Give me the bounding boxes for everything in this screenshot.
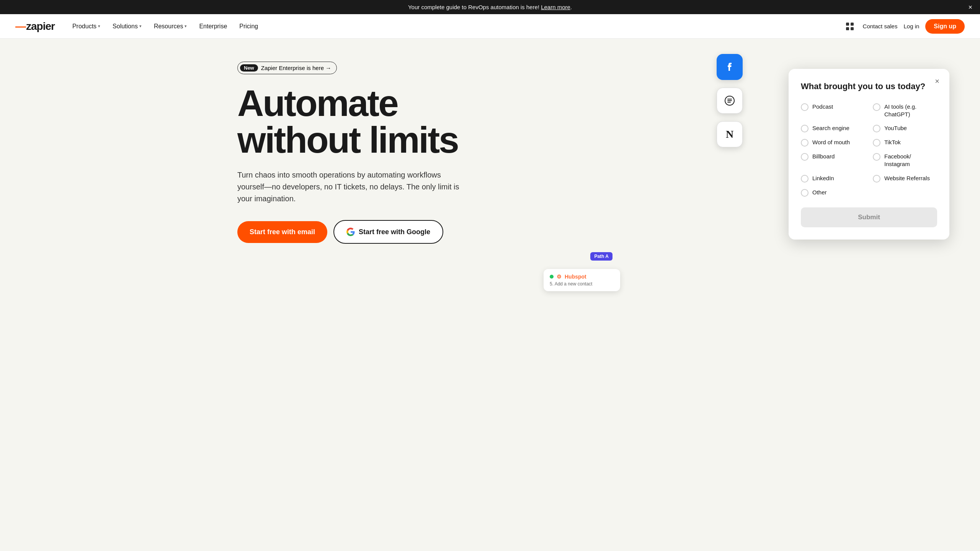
enterprise-badge[interactable]: New Zapier Enterprise is here → [237, 62, 337, 74]
option-label-word-of-mouth: Word of mouth [812, 139, 850, 146]
hero-subtitle: Turn chaos into smooth operations by aut… [237, 169, 459, 205]
openai-app-icon [717, 88, 743, 114]
notion-app-icon: N [717, 121, 743, 147]
option-label-tiktok: TikTok [884, 139, 901, 146]
radio-podcast[interactable] [801, 103, 808, 111]
announce-text: Your complete guide to RevOps automation… [408, 4, 539, 10]
svg-rect-3 [851, 27, 854, 30]
logo-link[interactable]: — zapier [15, 20, 55, 33]
survey-option-podcast[interactable]: Podcast [801, 103, 865, 119]
svg-rect-1 [851, 23, 854, 26]
radio-youtube[interactable] [873, 125, 880, 132]
option-label-linkedin: LinkedIn [812, 174, 834, 182]
path-a-badge: Path A [590, 252, 612, 261]
survey-close-button[interactable]: × [931, 75, 943, 87]
chevron-down-icon: ▾ [98, 24, 100, 29]
start-email-button[interactable]: Start free with email [237, 221, 327, 243]
nav-right: Contact sales Log in Sign up [843, 19, 965, 34]
survey-options: Podcast AI tools (e.g. ChatGPT) Search e… [801, 103, 937, 197]
login-link[interactable]: Log in [903, 23, 919, 29]
hubspot-name: Hubspot [565, 274, 586, 280]
hubspot-step: 5. Add a new contact [550, 281, 614, 287]
announce-link[interactable]: Learn more [541, 4, 570, 10]
radio-ai-tools[interactable] [873, 103, 880, 111]
survey-option-ai-tools[interactable]: AI tools (e.g. ChatGPT) [873, 103, 937, 119]
survey-title: What brought you to us today? [801, 81, 937, 92]
radio-linkedin[interactable] [801, 175, 808, 183]
option-label-facebook-instagram: Facebook/ Instagram [884, 153, 937, 168]
option-label-search-engine: Search engine [812, 124, 849, 132]
nav-items: Products ▾ Solutions ▾ Resources ▾ Enter… [67, 20, 840, 33]
grid-icon[interactable] [843, 20, 857, 33]
survey-modal: × What brought you to us today? Podcast … [789, 69, 949, 240]
radio-search-engine[interactable] [801, 125, 808, 132]
facebook-app-icon [717, 54, 743, 80]
radio-tiktok[interactable] [873, 139, 880, 147]
nav-item-enterprise[interactable]: Enterprise [194, 20, 232, 33]
contact-sales-link[interactable]: Contact sales [863, 23, 898, 29]
survey-option-word-of-mouth[interactable]: Word of mouth [801, 139, 865, 147]
hubspot-card: ⚙ Hubspot 5. Add a new contact [544, 269, 620, 291]
google-icon [346, 228, 355, 236]
option-label-other: Other [812, 189, 827, 196]
survey-option-billboard[interactable]: Billboard [801, 153, 865, 168]
hero-buttons: Start free with email Start free with Go… [237, 220, 743, 244]
chevron-down-icon: ▾ [139, 24, 142, 29]
nav-item-products[interactable]: Products ▾ [67, 20, 106, 33]
radio-other[interactable] [801, 189, 808, 197]
option-label-podcast: Podcast [812, 103, 833, 111]
option-label-youtube: YouTube [884, 124, 907, 132]
hubspot-card-header: ⚙ Hubspot [550, 274, 614, 280]
nav-item-resources[interactable]: Resources ▾ [149, 20, 192, 33]
navigation: — zapier Products ▾ Solutions ▾ Resource… [0, 14, 980, 39]
badge-new-label: New [240, 64, 258, 72]
survey-option-youtube[interactable]: YouTube [873, 124, 937, 132]
svg-rect-2 [846, 27, 849, 30]
announce-close-button[interactable]: × [968, 3, 972, 11]
floating-app-icons: N [717, 54, 743, 147]
hero-section: New Zapier Enterprise is here → Automate… [222, 39, 758, 306]
chevron-down-icon: ▾ [185, 24, 187, 29]
radio-website-referrals[interactable] [873, 175, 880, 183]
radio-billboard[interactable] [801, 153, 808, 161]
survey-submit-button[interactable]: Submit [801, 207, 937, 227]
option-label-ai-tools: AI tools (e.g. ChatGPT) [884, 103, 937, 119]
hubspot-logo: ⚙ [557, 274, 562, 280]
hero-title: Automate without limits [237, 85, 505, 158]
option-label-billboard: Billboard [812, 153, 835, 160]
announcement-bar: Your complete guide to RevOps automation… [0, 0, 980, 14]
survey-option-website-referrals[interactable]: Website Referrals [873, 174, 937, 183]
radio-facebook-instagram[interactable] [873, 153, 880, 161]
survey-option-search-engine[interactable]: Search engine [801, 124, 865, 132]
logo-text: zapier [26, 20, 55, 33]
survey-option-facebook-instagram[interactable]: Facebook/ Instagram [873, 153, 937, 168]
option-label-website-referrals: Website Referrals [884, 174, 930, 182]
nav-item-pricing[interactable]: Pricing [234, 20, 263, 33]
start-google-button[interactable]: Start free with Google [333, 220, 443, 244]
survey-option-linkedin[interactable]: LinkedIn [801, 174, 865, 183]
signup-button[interactable]: Sign up [925, 19, 965, 34]
nav-item-solutions[interactable]: Solutions ▾ [107, 20, 147, 33]
svg-rect-0 [846, 23, 849, 26]
badge-text: Zapier Enterprise is here → [261, 65, 331, 71]
logo-dash: — [15, 20, 26, 33]
survey-option-tiktok[interactable]: TikTok [873, 139, 937, 147]
survey-option-other[interactable]: Other [801, 189, 865, 197]
status-dot [550, 275, 554, 279]
radio-word-of-mouth[interactable] [801, 139, 808, 147]
